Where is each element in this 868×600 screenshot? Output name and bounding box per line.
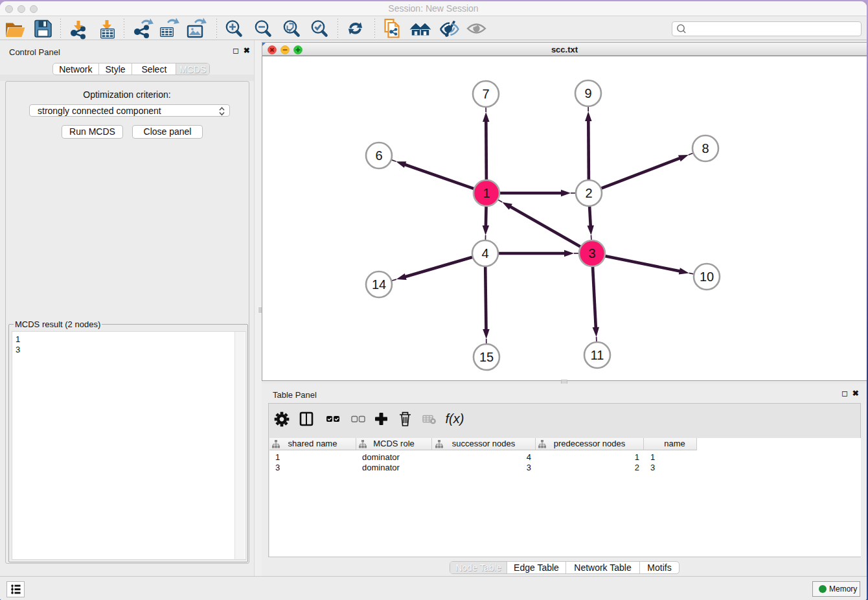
svg-text:7: 7 xyxy=(482,87,489,101)
svg-text:8: 8 xyxy=(702,141,709,156)
svg-text:6: 6 xyxy=(375,148,382,163)
svg-text:4: 4 xyxy=(481,246,488,260)
svg-text:3: 3 xyxy=(588,246,595,260)
svg-text:15: 15 xyxy=(479,350,494,364)
svg-text:10: 10 xyxy=(700,270,714,284)
svg-text:14: 14 xyxy=(372,277,386,292)
svg-text:f(x): f(x) xyxy=(446,411,464,426)
svg-text:11: 11 xyxy=(591,348,604,362)
svg-text:2: 2 xyxy=(585,186,592,200)
svg-text:1: 1 xyxy=(483,186,490,200)
svg-text:9: 9 xyxy=(584,86,591,100)
